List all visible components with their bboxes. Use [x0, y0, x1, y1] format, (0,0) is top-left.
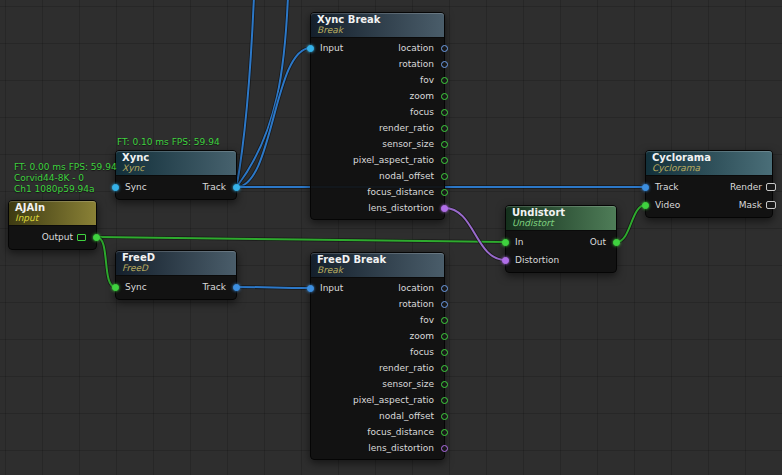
node-xync[interactable]: XyncXyncSyncTrack — [115, 150, 237, 200]
output-pin-mask[interactable] — [766, 201, 776, 209]
port-label-sensor_size: sensor_size — [382, 379, 434, 389]
port: location — [398, 283, 444, 293]
output-pin-lens_distortion[interactable] — [441, 445, 448, 452]
node-row: rotation — [311, 296, 444, 312]
port: Input — [311, 43, 343, 53]
port-label-input: Input — [320, 43, 343, 53]
output-pin-focus_distance[interactable] — [441, 189, 448, 196]
xync-stats-line-1: FT: 0.10 ms FPS: 59.94 — [117, 137, 220, 148]
node-ajain[interactable]: AJAInInputOutput — [8, 200, 97, 250]
node-row: lens_distortion — [311, 440, 444, 456]
port: Track — [202, 282, 236, 292]
node-body: Output — [9, 226, 96, 249]
node-row: Distortion — [506, 251, 616, 269]
output-pin-focus[interactable] — [441, 109, 448, 116]
port-label-location: location — [398, 43, 434, 53]
output-pin-focus_distance[interactable] — [441, 429, 448, 436]
output-pin-pixel_aspect_ratio[interactable] — [441, 397, 448, 404]
output-pin-zoom[interactable] — [441, 333, 448, 340]
port-label-zoom: zoom — [409, 331, 434, 341]
node-row: SyncTrack — [116, 178, 236, 196]
node-titlebar-cyclorama[interactable]: CycloramaCyclorama — [646, 151, 772, 176]
node-row: nodal_offset — [311, 168, 444, 184]
output-pin-render_ratio[interactable] — [441, 125, 448, 132]
port: nodal_offset — [379, 171, 444, 181]
input-pin-in[interactable] — [502, 239, 509, 246]
output-pin-track[interactable] — [233, 284, 240, 291]
output-pin-out[interactable] — [613, 239, 620, 246]
node-freed_break[interactable]: FreeD BreakBreakInputlocationrotationfov… — [310, 252, 445, 460]
port: render_ratio — [379, 123, 444, 133]
input-pin-input[interactable] — [307, 285, 314, 292]
node-body: TrackRenderVideoMask — [646, 176, 772, 217]
monitor-icon — [77, 234, 86, 241]
node-row: zoom — [311, 88, 444, 104]
port-label-video: Video — [655, 200, 680, 210]
node-row: VideoMask — [646, 196, 772, 214]
node-title: AJAIn — [15, 202, 90, 213]
port: Track — [202, 182, 236, 192]
port-label-in: In — [515, 237, 523, 247]
output-pin-sensor_size[interactable] — [441, 141, 448, 148]
output-pin-pixel_aspect_ratio[interactable] — [441, 157, 448, 164]
node-cyclorama[interactable]: CycloramaCycloramaTrackRenderVideoMask — [645, 150, 773, 218]
output-pin-location[interactable] — [441, 285, 448, 292]
node-titlebar-xync_break[interactable]: Xync BreakBreak — [311, 13, 444, 38]
node-titlebar-freed_break[interactable]: FreeD BreakBreak — [311, 253, 444, 278]
port: focus_distance — [367, 187, 444, 197]
port-label-rotation: rotation — [399, 59, 434, 69]
node-subtitle: Cyclorama — [652, 163, 766, 173]
node-titlebar-freed[interactable]: FreeDFreeD — [116, 251, 236, 276]
port-label-out: Out — [590, 237, 606, 247]
node-subtitle: Undistort — [512, 218, 610, 228]
port-label-render_ratio: render_ratio — [379, 363, 434, 373]
output-pin-location[interactable] — [441, 45, 448, 52]
input-pin-input[interactable] — [307, 45, 314, 52]
input-pin-video[interactable] — [642, 202, 649, 209]
output-pin-rotation[interactable] — [441, 61, 448, 68]
output-pin-render_ratio[interactable] — [441, 365, 448, 372]
output-pin-nodal_offset[interactable] — [441, 173, 448, 180]
node-title: Xync Break — [317, 14, 438, 25]
port: focus — [410, 107, 444, 117]
node-freed[interactable]: FreeDFreeDSyncTrack — [115, 250, 237, 300]
node-xync_break[interactable]: Xync BreakBreakInputlocationrotationfovz… — [310, 12, 445, 220]
node-titlebar-undistort[interactable]: UndistortUndistort — [506, 206, 616, 231]
output-pin-nodal_offset[interactable] — [441, 413, 448, 420]
output-pin-zoom[interactable] — [441, 93, 448, 100]
port-label-track: Track — [202, 282, 226, 292]
port-label-lens_distortion: lens_distortion — [368, 203, 434, 213]
output-pin-sensor_size[interactable] — [441, 381, 448, 388]
input-pin-distortion[interactable] — [502, 257, 509, 264]
port: pixel_aspect_ratio — [353, 395, 444, 405]
port-label-pixel_aspect_ratio: pixel_aspect_ratio — [353, 155, 434, 165]
output-pin-output[interactable] — [93, 234, 100, 241]
port-label-pixel_aspect_ratio: pixel_aspect_ratio — [353, 395, 434, 405]
node-graph-canvas[interactable]: AJAInInputOutputXyncXyncSyncTrackXync Br… — [0, 0, 782, 475]
output-pin-fov[interactable] — [441, 317, 448, 324]
output-pin-fov[interactable] — [441, 77, 448, 84]
port-label-zoom: zoom — [409, 91, 434, 101]
input-pin-sync[interactable] — [112, 284, 119, 291]
node-row: nodal_offset — [311, 408, 444, 424]
output-pin-rotation[interactable] — [441, 301, 448, 308]
output-pin-lens_distortion[interactable] — [441, 205, 448, 212]
node-titlebar-xync[interactable]: XyncXync — [116, 151, 236, 176]
node-row: render_ratio — [311, 120, 444, 136]
node-row: zoom — [311, 328, 444, 344]
node-undistort[interactable]: UndistortUndistortInOutDistortion — [505, 205, 617, 273]
ajain-stats-line-2: Corvid44-8K - 0 — [14, 173, 117, 184]
node-row: fov — [311, 72, 444, 88]
port-label-render: Render — [730, 182, 762, 192]
input-pin-track[interactable] — [642, 184, 649, 191]
node-titlebar-ajain[interactable]: AJAInInput — [9, 201, 96, 226]
output-pin-focus[interactable] — [441, 349, 448, 356]
xync-stats-overlay: FT: 0.10 ms FPS: 59.94 — [117, 137, 220, 148]
nodes-layer: AJAInInputOutputXyncXyncSyncTrackXync Br… — [0, 0, 782, 475]
port: Sync — [116, 182, 147, 192]
port-label-output: Output — [42, 232, 73, 242]
output-pin-track[interactable] — [233, 184, 240, 191]
output-pin-render[interactable] — [766, 183, 776, 191]
port-label-sync: Sync — [125, 282, 147, 292]
node-row: focus — [311, 104, 444, 120]
